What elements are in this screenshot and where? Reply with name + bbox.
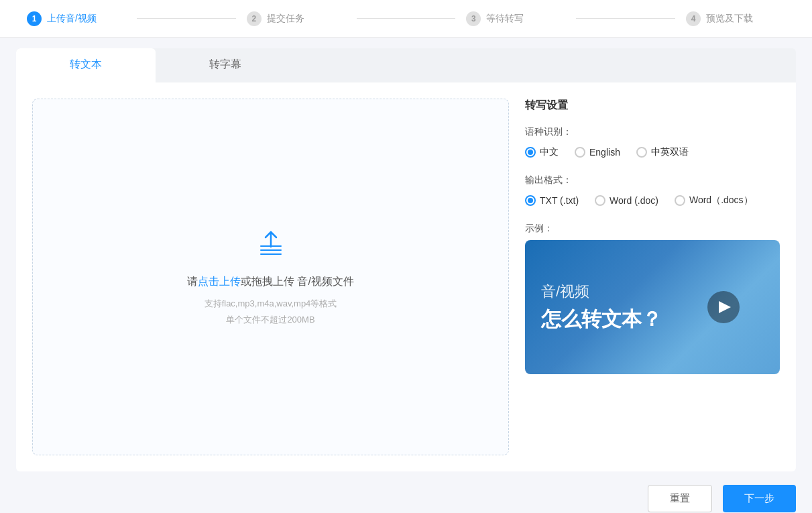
format-label-docs: Word（.docs） [689, 194, 753, 207]
lang-option-english[interactable]: English [575, 147, 620, 158]
step-2-label: 提交任务 [267, 13, 304, 25]
lang-label-chinese: 中文 [540, 146, 559, 158]
format-option-doc[interactable]: Word (.doc) [595, 195, 658, 206]
step-3-circle: 3 [466, 11, 481, 26]
upload-area[interactable]: 请点击上传或拖拽上传 音/视频文件 支持flac,mp3,m4a,wav,mp4… [32, 99, 509, 455]
step-4-circle: 4 [686, 11, 701, 26]
step-3-label: 等待转写 [486, 13, 524, 25]
lang-label-english: English [589, 147, 620, 158]
video-title-2: 怎么转文本？ [541, 306, 662, 333]
format-option-txt[interactable]: TXT (.txt) [525, 195, 579, 206]
example-label: 示例： [525, 223, 780, 235]
lang-radio-group: 中文 English 中英双语 [525, 146, 780, 158]
format-label: 输出格式： [525, 174, 780, 186]
tabs: 转文本 转字幕 [16, 48, 796, 82]
lang-option-chinese[interactable]: 中文 [525, 146, 559, 158]
upload-text: 请点击上传或拖拽上传 音/视频文件 [187, 275, 354, 289]
step-2: 2 提交任务 [247, 11, 346, 26]
upload-link[interactable]: 点击上传 [198, 276, 241, 287]
stepper: 1 上传音/视频 2 提交任务 3 等待转写 4 预览及下载 [0, 0, 812, 38]
format-radio-docs[interactable] [675, 195, 685, 206]
settings-title: 转写设置 [525, 99, 780, 113]
tab-transcribe-text[interactable]: 转文本 [16, 48, 156, 82]
lang-label-bilingual: 中英双语 [651, 146, 689, 158]
video-preview[interactable]: 音/视频 怎么转文本？ [525, 240, 780, 374]
step-line-3 [576, 18, 675, 19]
svg-rect-1 [260, 249, 282, 251]
format-radio-txt[interactable] [525, 195, 536, 206]
upload-hint: 支持flac,mp3,m4a,wav,mp4等格式 单个文件不超过200MB [205, 296, 337, 327]
lang-radio-bilingual[interactable] [636, 147, 647, 158]
step-4-label: 预览及下载 [706, 13, 753, 25]
step-line-2 [357, 18, 456, 19]
svg-rect-2 [260, 253, 282, 255]
lang-label: 语种识别： [525, 126, 780, 138]
settings-panel: 转写设置 语种识别： 中文 English 中英双语 输出格式： TXT (.t… [525, 99, 780, 455]
step-3: 3 等待转写 [466, 11, 565, 26]
video-title-1: 音/视频 [541, 282, 589, 302]
bottom-bar: 重置 下一步 [0, 471, 812, 513]
format-option-docs[interactable]: Word（.docs） [675, 194, 753, 207]
play-button[interactable] [707, 291, 740, 323]
step-2-circle: 2 [247, 11, 262, 26]
lang-radio-chinese[interactable] [525, 147, 536, 158]
main-content: 请点击上传或拖拽上传 音/视频文件 支持flac,mp3,m4a,wav,mp4… [16, 82, 796, 471]
next-button[interactable]: 下一步 [723, 485, 796, 512]
format-radio-doc[interactable] [595, 195, 605, 206]
step-1-label: 上传音/视频 [47, 13, 97, 25]
step-1: 1 上传音/视频 [27, 11, 126, 26]
lang-radio-english[interactable] [575, 147, 585, 158]
lang-option-bilingual[interactable]: 中英双语 [636, 146, 689, 158]
format-label-txt: TXT (.txt) [540, 195, 579, 206]
format-label-doc: Word (.doc) [610, 195, 658, 206]
reset-button[interactable]: 重置 [648, 485, 712, 512]
step-4: 4 预览及下载 [686, 11, 785, 26]
step-1-circle: 1 [27, 11, 42, 26]
upload-icon [253, 227, 288, 264]
play-icon [719, 301, 731, 313]
step-line-1 [137, 18, 236, 19]
tab-transcribe-subtitle[interactable]: 转字幕 [156, 48, 295, 82]
format-radio-group: TXT (.txt) Word (.doc) Word（.docs） [525, 194, 780, 207]
